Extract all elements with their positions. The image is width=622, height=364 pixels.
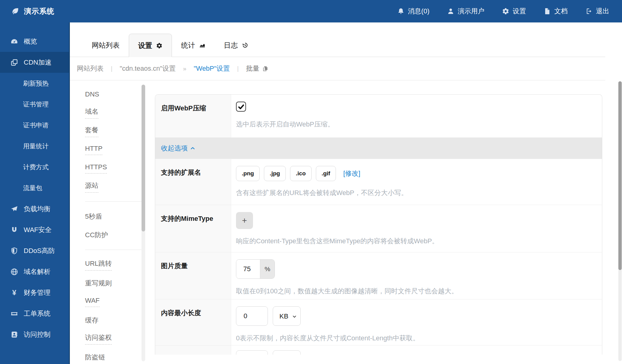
sidebar-item-tickets[interactable]: 工单系统 [0,303,70,324]
id-card-icon [10,331,19,339]
image-quality-row: 图片质量 % 取值在0到100之间，数值越大生成的图像越清晰，同时文件尺寸也会越… [155,252,602,299]
sidebar-item-cert-manage[interactable]: 证书管理 [0,94,70,115]
top-bar: 演示系统 消息(0) 演示用户 设置 文档 [0,0,622,22]
sidebar-item-cdn[interactable]: CDN加速 [0,52,70,73]
menu-scrollbar-thumb[interactable] [142,85,145,231]
tab-settings[interactable]: 设置 [129,34,172,57]
breadcrumb-webp-settings: "WebP"设置 [194,64,230,73]
breadcrumb-site-list[interactable]: 网站列表 [77,64,104,73]
min-length-label: 内容最小长度 [155,299,231,345]
enable-webp-label: 启用WebP压缩 [155,95,231,137]
settings-section-menu: DNS 域名 套餐 HTTP HTTPS 源站 5秒盾 CC防护 URL跳转 重… [85,85,137,364]
docs-button[interactable]: 文档 [544,7,568,16]
breadcrumb-site-settings[interactable]: "cdn.teaos.cn"设置 [120,64,176,73]
sidebar-nav: 概览 CDN加速 刷新预热 证书管理 证书申请 用量统计 计费方式 流量包 负载… [0,22,70,364]
sidebar-item-overview[interactable]: 概览 [0,31,70,52]
logout-button[interactable]: 退出 [585,7,609,16]
app-title: 演示系统 [24,6,54,16]
sidebar-item-refresh-preheat[interactable]: 刷新预热 [0,73,70,94]
menu-item-http[interactable]: HTTP [85,140,137,159]
sidebar-item-ddos[interactable]: DDoS高防 [0,240,70,261]
mime-type-row: 支持的MimeType + 响应的Content-Type里包含这些MimeTy… [155,205,602,252]
menu-item-cache[interactable]: 缓存 [85,311,137,329]
extension-chip: .gif [316,166,336,181]
menu-divider [85,250,143,250]
menu-item-rewrite-rules[interactable]: 重写规则 [85,274,137,292]
sidebar-item-waf[interactable]: WAF安全 [0,219,70,240]
sign-out-icon [585,8,593,15]
image-quality-input[interactable] [236,260,260,278]
clipped-select[interactable] [273,350,301,355]
image-quality-desc: 取值在0到100之间，数值越大生成的图像越清晰，同时文件尺寸也会越大。 [236,287,595,296]
sidebar-item-dns-resolve[interactable]: 域名解析 [0,261,70,282]
menu-item-cc-protect[interactable]: CC防护 [85,226,137,244]
sidebar-item-usage-stats[interactable]: 用量统计 [0,136,70,157]
extensions-row: 支持的扩展名 .png .jpg .ico .gif [修改] 含有这些扩展名的… [155,159,602,205]
menu-item-access-auth[interactable]: 访问鉴权 [85,329,137,348]
percent-addon: % [260,260,275,278]
sidebar-item-cert-apply[interactable]: 证书申请 [0,115,70,136]
gauge-icon [10,38,19,46]
gear-icon [502,8,509,15]
sidebar-item-load-balancer[interactable]: 负载均衡 [0,198,70,219]
tab-statistics[interactable]: 统计 [172,34,215,57]
menu-item-url-redirect[interactable]: URL跳转 [85,255,137,274]
extension-chip: .png [236,166,260,181]
copy-icon [262,66,268,72]
breadcrumb-separator: | [111,65,112,72]
user-menu-button[interactable]: 演示用户 [447,7,484,16]
extensions-label: 支持的扩展名 [155,159,231,205]
breadcrumb-arrow: » [183,65,186,72]
enable-webp-checkbox[interactable] [236,102,246,112]
menu-item-domain[interactable]: 域名 [85,103,137,122]
menu-scrollbar[interactable] [142,85,145,361]
sidebar-item-billing-method[interactable]: 计费方式 [0,157,70,177]
settings-button[interactable]: 设置 [502,7,526,16]
chevron-up-icon [190,146,195,151]
sidebar-item-traffic-package[interactable]: 流量包 [0,177,70,198]
topbar-menu: 消息(0) 演示用户 设置 文档 退出 [397,7,609,16]
collapse-options-link[interactable]: 收起选项 [161,144,195,153]
webp-settings-form: 启用WebP压缩 选中后表示开启自动WebP压缩。 收起选项 支持的扩展 [155,94,602,355]
page-scrollbar[interactable] [618,81,622,361]
min-length-input[interactable] [236,306,268,326]
breadcrumb: 网站列表 | "cdn.teaos.cn"设置 » "WebP"设置 | 批量 [70,57,605,80]
tab-bar: 网站列表 设置 统计 日志 [70,22,605,57]
gear-icon [156,42,162,49]
settings-content: DNS 域名 套餐 HTTP HTTPS 源站 5秒盾 CC防护 URL跳转 重… [70,81,622,364]
add-mime-type-button[interactable]: + [236,212,253,229]
user-icon [447,8,454,15]
leaf-logo-icon [11,7,19,15]
edit-extensions-link[interactable]: [修改] [343,169,360,178]
menu-item-dns[interactable]: DNS [85,85,137,103]
next-row-label [155,345,231,355]
file-icon [544,8,551,15]
page-scrollbar-thumb[interactable] [618,81,622,270]
magnet-icon [10,226,19,234]
menu-item-origin[interactable]: 源站 [85,177,137,196]
breadcrumb-separator: | [237,65,239,72]
menu-item-hotlink-protect[interactable]: 防盗链 [85,348,137,364]
enable-webp-desc: 选中后表示开启自动WebP压缩。 [236,120,595,129]
app-brand: 演示系统 [11,6,54,16]
enable-webp-row: 启用WebP压缩 选中后表示开启自动WebP压缩。 [155,95,602,138]
extension-chip: .ico [290,166,312,181]
menu-item-5s-shield[interactable]: 5秒盾 [85,207,137,226]
min-length-unit-select[interactable]: KB [273,306,301,326]
copy-layers-icon [10,59,19,66]
menu-item-https[interactable]: HTTPS [85,159,137,177]
menu-item-waf[interactable]: WAF [85,292,137,311]
tab-site-list[interactable]: 网站列表 [83,34,129,57]
next-row-clipped [155,345,602,355]
extension-chips: .png .jpg .ico .gif [修改] [236,166,595,181]
sidebar-item-finance[interactable]: ¥ 财务管理 [0,282,70,303]
messages-button[interactable]: 消息(0) [397,7,429,16]
menu-item-plan[interactable]: 套餐 [85,122,137,140]
sidebar-item-access-control[interactable]: 访问控制 [0,324,70,345]
history-icon [242,42,248,49]
clipped-input[interactable] [236,350,268,355]
batch-button[interactable]: 批量 [246,64,268,73]
collapse-options-row: 收起选项 [155,138,602,159]
image-quality-label: 图片质量 [155,252,231,299]
tab-logs[interactable]: 日志 [215,34,258,57]
